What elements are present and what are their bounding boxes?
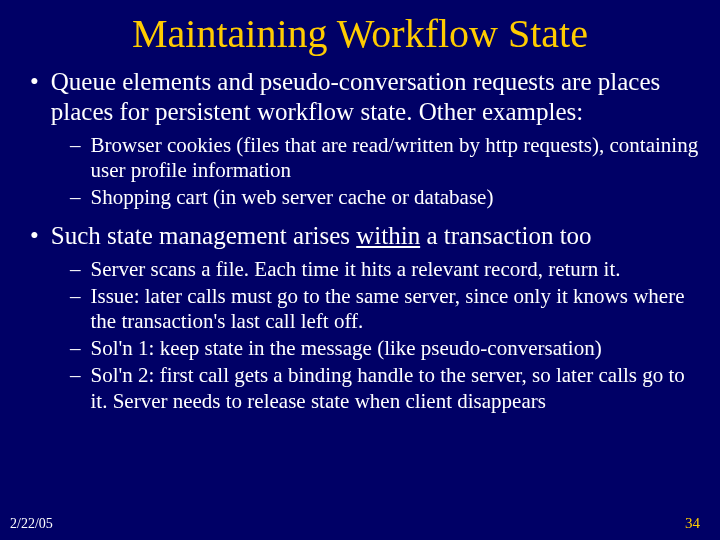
bullet-sub: – Issue: later calls must go to the same… [70,284,700,334]
bullet-dot-icon: • [30,67,39,127]
dash-icon: – [70,336,81,361]
dash-icon: – [70,133,81,183]
dash-icon: – [70,185,81,210]
bullet-main-1: • Queue elements and pseudo-conversation… [30,67,700,127]
dash-icon: – [70,257,81,282]
slide-title: Maintaining Workflow State [20,10,700,57]
bullet-sub: – Sol'n 1: keep state in the message (li… [70,336,700,361]
sub-text: Browser cookies (files that are read/wri… [91,133,701,183]
text-underline: within [356,222,420,249]
sub-text: Server scans a file. Each time it hits a… [91,257,621,282]
bullet-sub: – Shopping cart (in web server cache or … [70,185,700,210]
text-after: a transaction too [420,222,591,249]
sub-text: Issue: later calls must go to the same s… [91,284,701,334]
bullet-sub: – Server scans a file. Each time it hits… [70,257,700,282]
sub-list-1: – Browser cookies (files that are read/w… [70,133,700,211]
text-before: Such state management arises [51,222,356,249]
sub-text: Shopping cart (in web server cache or da… [91,185,494,210]
sub-text: Sol'n 1: keep state in the message (like… [91,336,602,361]
dash-icon: – [70,363,81,413]
dash-icon: – [70,284,81,334]
sub-list-2: – Server scans a file. Each time it hits… [70,257,700,414]
bullet-main-1-text: Queue elements and pseudo-conversation r… [51,67,700,127]
sub-text: Sol'n 2: first call gets a binding handl… [91,363,701,413]
bullet-dot-icon: • [30,221,39,251]
bullet-main-2: • Such state management arises within a … [30,221,700,251]
slide: Maintaining Workflow State • Queue eleme… [0,0,720,540]
bullet-sub: – Sol'n 2: first call gets a binding han… [70,363,700,413]
footer-date: 2/22/05 [10,516,53,532]
footer-page: 34 [685,515,700,532]
bullet-main-2-text: Such state management arises within a tr… [51,221,592,251]
bullet-sub: – Browser cookies (files that are read/w… [70,133,700,183]
